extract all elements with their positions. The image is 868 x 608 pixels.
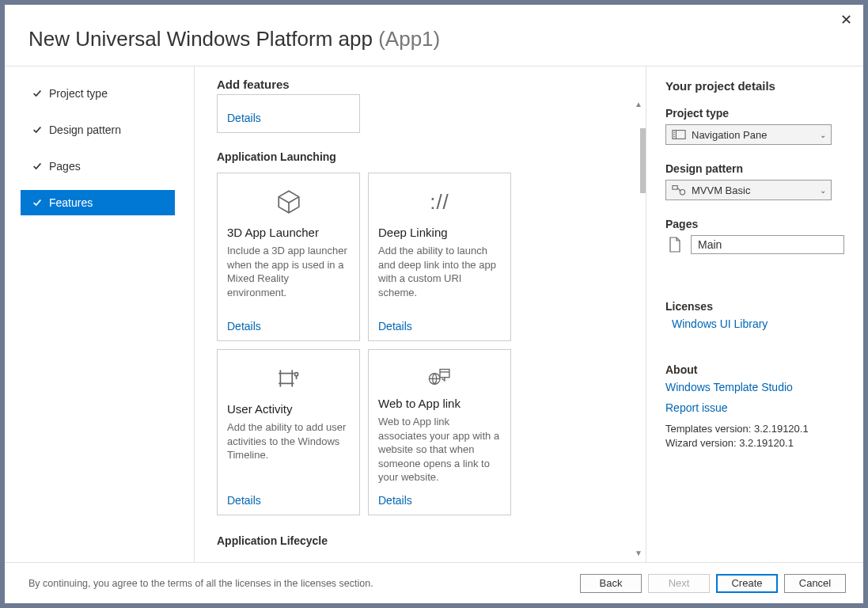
licenses-label: Licenses (665, 300, 844, 313)
card-desc: Web to App link associates your app with… (378, 415, 501, 484)
sidebar-item-label: Project type (49, 87, 108, 100)
details-link[interactable]: Details (227, 494, 350, 507)
wizard-version: Wizard version: 3.2.19120.1 (665, 436, 844, 450)
mvvm-icon (671, 184, 687, 196)
card-title: User Activity (227, 402, 350, 416)
templates-version: Templates version: 3.2.19120.1 (665, 422, 844, 436)
feature-card-truncated[interactable]: Details (217, 94, 360, 133)
title-sub: (App1) (378, 27, 440, 51)
feature-card-web-to-app[interactable]: Web to App link Web to App link associat… (368, 349, 511, 515)
uri-icon: :// (378, 183, 501, 221)
svg-point-5 (680, 190, 684, 195)
details-link[interactable]: Details (378, 494, 501, 507)
page-row: Main (665, 235, 844, 254)
navigation-pane-icon (671, 128, 687, 141)
back-button[interactable]: Back (580, 574, 642, 593)
license-agree-text: By continuing, you agree to the terms of… (28, 578, 574, 589)
card-title: Deep Linking (378, 226, 501, 239)
details-heading: Your project details (665, 79, 844, 93)
check-icon (32, 197, 43, 208)
feature-card-user-activity[interactable]: User Activity Add the ability to add use… (217, 349, 360, 515)
about-link-report-issue[interactable]: Report issue (665, 401, 844, 414)
close-button[interactable]: ✕ (837, 10, 855, 30)
svg-rect-4 (673, 186, 677, 190)
details-link[interactable]: Details (378, 320, 501, 332)
sidebar-item-features[interactable]: Features (21, 190, 175, 215)
check-icon (32, 124, 43, 135)
check-icon (32, 88, 43, 99)
page-name-field[interactable]: Main (691, 235, 844, 254)
timeline-icon (227, 359, 350, 397)
globe-app-icon (378, 359, 501, 392)
sidebar-item-design-pattern[interactable]: Design pattern (21, 117, 175, 142)
next-button: Next (648, 574, 710, 593)
sidebar-item-project-type[interactable]: Project type (21, 81, 175, 106)
card-title: Web to App link (378, 397, 501, 410)
svg-point-0 (294, 373, 298, 376)
close-icon: ✕ (840, 12, 852, 28)
cancel-button[interactable]: Cancel (784, 574, 846, 593)
card-desc: Add the ability to launch and deep link … (378, 244, 501, 310)
card-desc: Include a 3D app launcher when the app i… (227, 244, 350, 310)
dialog-footer: By continuing, you agree to the terms of… (5, 562, 863, 603)
main-panel: ▲ ▼ Add features Details Application Lau… (195, 66, 646, 562)
about-link-template-studio[interactable]: Windows Template Studio (665, 381, 844, 393)
sidebar-item-label: Pages (49, 160, 81, 173)
card-desc: Add the ability to add user activities t… (227, 420, 350, 484)
dropdown-value: Navigation Pane (692, 129, 767, 141)
section-application-launching: Application Launching (217, 150, 622, 163)
license-link[interactable]: Windows UI Library (665, 317, 844, 330)
scrollbar-thumb[interactable] (640, 128, 646, 193)
card-row: 3D App Launcher Include a 3D app launche… (217, 173, 622, 341)
project-type-label: Project type (665, 107, 844, 120)
dialog-title: New Universal Windows Platform app (App1… (28, 27, 840, 51)
details-link[interactable]: Details (227, 320, 350, 332)
about-label: About (665, 363, 844, 376)
cube-icon (227, 183, 350, 221)
dialog-window: ✕ New Universal Windows Platform app (Ap… (5, 5, 863, 603)
check-icon (32, 161, 43, 172)
design-pattern-dropdown[interactable]: MVVM Basic ⌄ (665, 180, 832, 200)
wizard-sidebar: Project type Design pattern Pages Featur… (5, 66, 195, 562)
sidebar-item-label: Features (49, 196, 93, 209)
sidebar-item-label: Design pattern (49, 124, 121, 136)
project-details-panel: Your project details Project type Naviga… (646, 66, 863, 562)
title-main: New Universal Windows Platform app (28, 27, 373, 51)
project-type-dropdown[interactable]: Navigation Pane ⌄ (665, 124, 832, 145)
chevron-down-icon: ⌄ (820, 186, 826, 195)
card-title: 3D App Launcher (227, 226, 350, 239)
dialog-body: Project type Design pattern Pages Featur… (5, 66, 863, 562)
design-pattern-label: Design pattern (665, 162, 844, 175)
pages-label: Pages (665, 218, 844, 230)
scroll-down-arrow[interactable]: ▼ (635, 549, 642, 557)
feature-card-deep-linking[interactable]: :// Deep Linking Add the ability to laun… (368, 173, 511, 341)
create-button[interactable]: Create (716, 574, 778, 593)
title-bar: New Universal Windows Platform app (App1… (5, 5, 863, 66)
scroll-up-arrow[interactable]: ▲ (635, 100, 642, 108)
feature-card-3d-app-launcher[interactable]: 3D App Launcher Include a 3D app launche… (217, 173, 360, 341)
document-icon (665, 236, 684, 253)
sidebar-item-pages[interactable]: Pages (21, 154, 175, 179)
dropdown-value: MVVM Basic (692, 184, 750, 196)
details-link[interactable]: Details (227, 112, 261, 124)
card-row: User Activity Add the ability to add use… (217, 349, 622, 515)
section-application-lifecycle: Application Lifecycle (217, 534, 622, 547)
chevron-down-icon: ⌄ (820, 131, 826, 139)
add-features-heading: Add features (217, 78, 622, 91)
svg-rect-2 (440, 369, 449, 377)
